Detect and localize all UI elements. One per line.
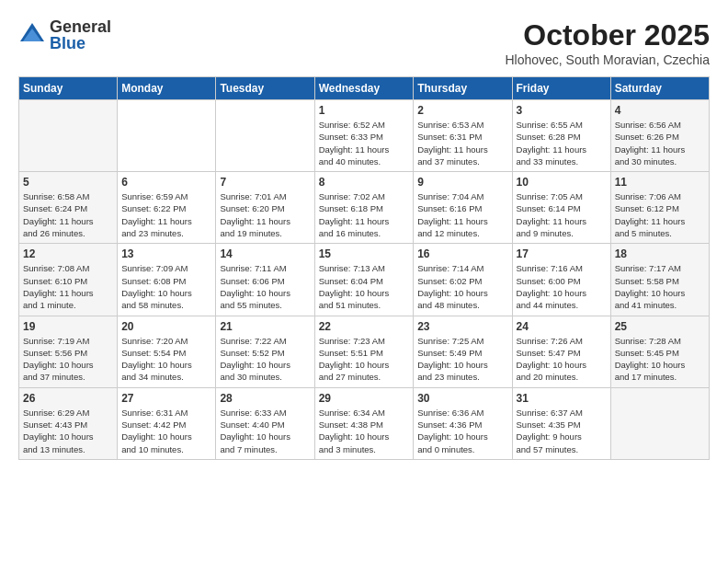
calendar-cell: 3Sunrise: 6:55 AMSunset: 6:28 PMDaylight… (512, 100, 610, 172)
weekday-header-thursday: Thursday (414, 77, 512, 100)
calendar-table: SundayMondayTuesdayWednesdayThursdayFrid… (18, 76, 710, 460)
calendar-week-4: 19Sunrise: 7:19 AMSunset: 5:56 PMDayligh… (19, 316, 710, 387)
day-number: 29 (319, 392, 410, 405)
day-number: 2 (417, 104, 507, 117)
day-number: 17 (517, 247, 607, 260)
day-info: Sunrise: 7:01 AMSunset: 6:20 PMDaylight:… (220, 190, 310, 239)
calendar-cell: 26Sunrise: 6:29 AMSunset: 4:43 PMDayligh… (19, 387, 118, 459)
day-info: Sunrise: 6:36 AMSunset: 4:36 PMDaylight:… (417, 407, 507, 455)
calendar-cell (216, 100, 314, 172)
day-number: 10 (517, 176, 607, 189)
day-number: 16 (417, 247, 507, 260)
calendar-cell: 8Sunrise: 7:02 AMSunset: 6:18 PMDaylight… (314, 172, 414, 244)
day-info: Sunrise: 7:20 AMSunset: 5:54 PMDaylight:… (121, 335, 211, 384)
calendar-cell: 29Sunrise: 6:34 AMSunset: 4:38 PMDayligh… (314, 387, 414, 459)
day-info: Sunrise: 7:25 AMSunset: 5:49 PMDaylight:… (417, 335, 507, 384)
weekday-header-row: SundayMondayTuesdayWednesdayThursdayFrid… (19, 77, 710, 100)
day-number: 30 (417, 392, 507, 405)
day-number: 4 (615, 104, 705, 117)
logo-blue-label: Blue (50, 35, 111, 52)
day-info: Sunrise: 6:52 AMSunset: 6:33 PMDaylight:… (319, 119, 410, 167)
day-number: 21 (220, 320, 310, 333)
day-number: 15 (319, 247, 410, 260)
day-info: Sunrise: 6:55 AMSunset: 6:28 PMDaylight:… (517, 119, 607, 167)
calendar-cell: 1Sunrise: 6:52 AMSunset: 6:33 PMDaylight… (314, 100, 414, 172)
logo-general-label: General (50, 18, 111, 35)
logo: General Blue (18, 18, 111, 52)
day-number: 9 (417, 176, 507, 189)
title-block: October 2025 Hlohovec, South Moravian, C… (505, 18, 710, 67)
day-info: Sunrise: 6:31 AMSunset: 4:42 PMDaylight:… (121, 407, 211, 455)
day-info: Sunrise: 6:58 AMSunset: 6:24 PMDaylight:… (23, 190, 113, 239)
day-info: Sunrise: 7:11 AMSunset: 6:06 PMDaylight:… (220, 262, 310, 311)
day-number: 13 (121, 247, 211, 260)
calendar-cell: 21Sunrise: 7:22 AMSunset: 5:52 PMDayligh… (216, 316, 314, 387)
day-info: Sunrise: 7:13 AMSunset: 6:04 PMDaylight:… (319, 262, 410, 311)
day-info: Sunrise: 7:26 AMSunset: 5:47 PMDaylight:… (517, 335, 607, 384)
calendar-cell (610, 387, 709, 459)
weekday-header-sunday: Sunday (19, 77, 118, 100)
calendar-cell: 12Sunrise: 7:08 AMSunset: 6:10 PMDayligh… (19, 244, 118, 316)
day-number: 18 (615, 247, 705, 260)
logo-text: General Blue (50, 18, 111, 52)
day-number: 3 (517, 104, 607, 117)
calendar-cell: 9Sunrise: 7:04 AMSunset: 6:16 PMDaylight… (414, 172, 512, 244)
location-subtitle: Hlohovec, South Moravian, Czechia (505, 52, 710, 67)
day-info: Sunrise: 7:04 AMSunset: 6:16 PMDaylight:… (417, 190, 507, 239)
day-info: Sunrise: 7:09 AMSunset: 6:08 PMDaylight:… (121, 262, 211, 311)
day-info: Sunrise: 6:56 AMSunset: 6:26 PMDaylight:… (615, 119, 705, 167)
day-number: 12 (23, 247, 113, 260)
calendar-cell: 6Sunrise: 6:59 AMSunset: 6:22 PMDaylight… (118, 172, 216, 244)
calendar-cell: 11Sunrise: 7:06 AMSunset: 6:12 PMDayligh… (610, 172, 709, 244)
day-number: 6 (121, 176, 211, 189)
day-info: Sunrise: 7:28 AMSunset: 5:45 PMDaylight:… (615, 335, 705, 384)
day-number: 5 (23, 176, 113, 189)
calendar-cell: 4Sunrise: 6:56 AMSunset: 6:26 PMDaylight… (610, 100, 709, 172)
weekday-header-friday: Friday (512, 77, 610, 100)
page-header: General Blue October 2025 Hlohovec, Sout… (18, 18, 710, 67)
calendar-cell: 10Sunrise: 7:05 AMSunset: 6:14 PMDayligh… (512, 172, 610, 244)
calendar-cell: 15Sunrise: 7:13 AMSunset: 6:04 PMDayligh… (314, 244, 414, 316)
day-info: Sunrise: 6:37 AMSunset: 4:35 PMDaylight:… (517, 407, 607, 455)
day-info: Sunrise: 7:02 AMSunset: 6:18 PMDaylight:… (319, 190, 410, 239)
calendar-cell: 7Sunrise: 7:01 AMSunset: 6:20 PMDaylight… (216, 172, 314, 244)
calendar-cell: 17Sunrise: 7:16 AMSunset: 6:00 PMDayligh… (512, 244, 610, 316)
calendar-cell: 20Sunrise: 7:20 AMSunset: 5:54 PMDayligh… (118, 316, 216, 387)
logo-icon (18, 21, 46, 49)
day-number: 31 (517, 392, 607, 405)
day-info: Sunrise: 6:59 AMSunset: 6:22 PMDaylight:… (121, 190, 211, 239)
day-number: 11 (615, 176, 705, 189)
calendar-cell: 30Sunrise: 6:36 AMSunset: 4:36 PMDayligh… (414, 387, 512, 459)
calendar-week-2: 5Sunrise: 6:58 AMSunset: 6:24 PMDaylight… (19, 172, 710, 244)
weekday-header-tuesday: Tuesday (216, 77, 314, 100)
calendar-cell (118, 100, 216, 172)
calendar-cell: 19Sunrise: 7:19 AMSunset: 5:56 PMDayligh… (19, 316, 118, 387)
day-number: 8 (319, 176, 410, 189)
calendar-cell: 25Sunrise: 7:28 AMSunset: 5:45 PMDayligh… (610, 316, 709, 387)
day-info: Sunrise: 6:33 AMSunset: 4:40 PMDaylight:… (220, 407, 310, 455)
calendar-cell: 13Sunrise: 7:09 AMSunset: 6:08 PMDayligh… (118, 244, 216, 316)
day-number: 23 (417, 320, 507, 333)
calendar-week-3: 12Sunrise: 7:08 AMSunset: 6:10 PMDayligh… (19, 244, 710, 316)
weekday-header-monday: Monday (118, 77, 216, 100)
calendar-cell: 23Sunrise: 7:25 AMSunset: 5:49 PMDayligh… (414, 316, 512, 387)
day-number: 24 (517, 320, 607, 333)
calendar-week-1: 1Sunrise: 6:52 AMSunset: 6:33 PMDaylight… (19, 100, 710, 172)
day-number: 25 (615, 320, 705, 333)
month-title: October 2025 (505, 18, 710, 52)
calendar-cell: 16Sunrise: 7:14 AMSunset: 6:02 PMDayligh… (414, 244, 512, 316)
calendar-cell: 27Sunrise: 6:31 AMSunset: 4:42 PMDayligh… (118, 387, 216, 459)
day-number: 14 (220, 247, 310, 260)
calendar-cell (19, 100, 118, 172)
day-info: Sunrise: 7:17 AMSunset: 5:58 PMDaylight:… (615, 262, 705, 311)
calendar-cell: 18Sunrise: 7:17 AMSunset: 5:58 PMDayligh… (610, 244, 709, 316)
calendar-cell: 2Sunrise: 6:53 AMSunset: 6:31 PMDaylight… (414, 100, 512, 172)
day-number: 19 (23, 320, 113, 333)
day-info: Sunrise: 6:34 AMSunset: 4:38 PMDaylight:… (319, 407, 410, 455)
day-number: 28 (220, 392, 310, 405)
day-number: 26 (23, 392, 113, 405)
calendar-cell: 22Sunrise: 7:23 AMSunset: 5:51 PMDayligh… (314, 316, 414, 387)
calendar-cell: 28Sunrise: 6:33 AMSunset: 4:40 PMDayligh… (216, 387, 314, 459)
day-number: 22 (319, 320, 410, 333)
day-info: Sunrise: 6:53 AMSunset: 6:31 PMDaylight:… (417, 119, 507, 167)
